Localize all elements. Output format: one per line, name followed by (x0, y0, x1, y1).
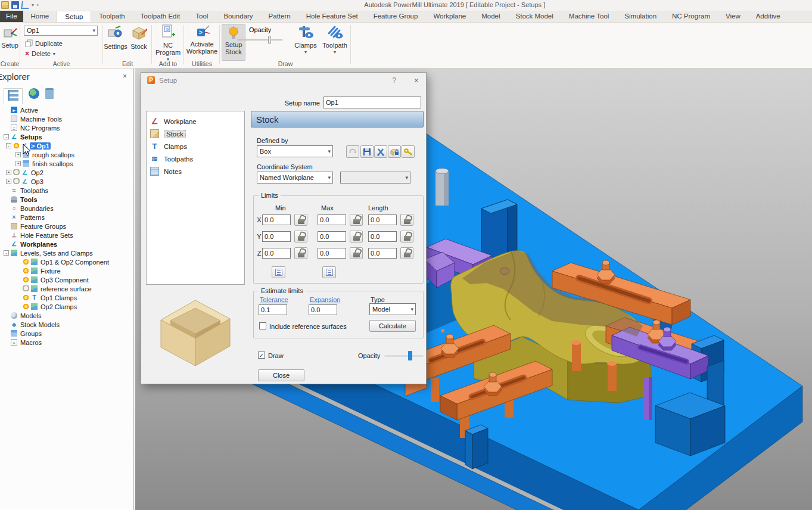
explorer-close-button[interactable]: × (123, 72, 127, 80)
tree-item[interactable]: Hole Feature Sets (0, 231, 133, 240)
ribbon-tab[interactable]: Simulation (617, 11, 664, 22)
open-icon[interactable] (1, 1, 9, 9)
tree-item[interactable]: Boundaries (0, 204, 133, 213)
tree-item[interactable]: Active (0, 105, 133, 114)
include-reference-checkbox[interactable] (259, 322, 266, 329)
max-input[interactable] (318, 231, 346, 242)
activate-workplane-button[interactable]: > Activate Workplane (186, 24, 218, 55)
tree-expander[interactable]: + (6, 179, 11, 184)
min-input[interactable] (262, 214, 291, 225)
setup-stock-toggle[interactable]: Setup Stock (222, 24, 245, 61)
min-list-button[interactable] (272, 266, 285, 278)
ribbon-tab[interactable]: Toolpath Edit (133, 11, 188, 22)
dialog-title-bar[interactable]: P Setup ? × (141, 73, 426, 88)
min-input[interactable] (262, 248, 291, 259)
lock-button[interactable] (400, 214, 413, 226)
tree-expander[interactable]: - (6, 143, 11, 148)
tree-expander[interactable]: + (15, 152, 21, 157)
settings-button[interactable]: Settings (104, 25, 127, 50)
nc-program-button[interactable]: G NC Program ▾ (154, 24, 182, 63)
tree-expander[interactable]: + (6, 170, 11, 175)
tree-item[interactable]: Stock Models (0, 320, 133, 329)
tree-item[interactable]: + Op3 (0, 177, 133, 186)
ribbon-tab[interactable]: Boundary (216, 11, 260, 22)
draw-checkbox[interactable]: ✓ (258, 352, 265, 359)
calculate-button[interactable]: Calculate (369, 320, 416, 332)
tree-item[interactable]: Feature Groups (0, 222, 133, 231)
tree-item[interactable]: - Levels, Sets and Clamps (0, 248, 133, 257)
coordinate-system-combo[interactable]: Named Workplane ▾ (257, 172, 333, 184)
dialog-nav-item[interactable]: Stock (147, 128, 244, 140)
globe-icon[interactable] (29, 88, 39, 99)
tree-item[interactable]: Op2 Clamps (0, 302, 133, 311)
length-input[interactable] (368, 248, 397, 259)
toolpath-draw-button[interactable]: Toolpath ▾ (321, 25, 349, 56)
tree-expander[interactable]: - (4, 134, 9, 139)
tree-view-tab[interactable] (4, 88, 23, 104)
cut-stock-button[interactable] (374, 145, 387, 158)
max-input[interactable] (318, 248, 346, 259)
lock-button[interactable] (350, 247, 363, 259)
ribbon-tab[interactable]: View (718, 11, 748, 22)
help-button[interactable]: ? (392, 76, 396, 85)
ribbon-tab[interactable]: Home (23, 11, 57, 22)
type-combo[interactable]: Model ▾ (369, 303, 416, 315)
duplicate-button[interactable]: Duplicate (25, 39, 63, 47)
lock-button[interactable] (400, 231, 413, 242)
delete-button[interactable]: × Delete ▾ (25, 49, 55, 58)
tolerance-link[interactable]: Tolerance (260, 296, 288, 303)
tree-item[interactable]: Op1 Clamps (0, 293, 133, 302)
ribbon-tab[interactable]: Stock Model (508, 11, 561, 22)
workplane-icon[interactable] (21, 1, 30, 9)
ribbon-tab[interactable]: Tool (188, 11, 216, 22)
tree-item[interactable]: Patterns (0, 213, 133, 222)
dialog-nav-item[interactable]: Clamps (147, 140, 244, 153)
tree-expander[interactable]: + (15, 161, 21, 166)
defined-by-combo[interactable]: Box ▾ (257, 145, 333, 157)
ribbon-tab[interactable]: Machine Tool (561, 11, 617, 22)
tree-item[interactable]: Groups (0, 329, 133, 338)
tree-item[interactable]: Op1 & Op2 Component (0, 257, 133, 266)
ribbon-tab[interactable]: Pattern (261, 11, 298, 22)
tree-item[interactable]: Toolpaths (0, 186, 133, 195)
tree-item[interactable]: reference surface (0, 284, 133, 293)
lock-button[interactable] (350, 214, 363, 226)
tree-item[interactable]: Tools (0, 195, 133, 204)
tree-item[interactable]: + rough scallops (0, 150, 133, 159)
tree-expander[interactable]: - (4, 250, 9, 256)
tree-item[interactable]: + Op2 (0, 168, 133, 177)
ribbon-tab[interactable]: Setup (57, 11, 91, 22)
ribbon-tab[interactable]: Feature Group (366, 11, 426, 22)
dialog-opacity-slider-track[interactable] (384, 355, 424, 357)
trash-icon[interactable] (45, 88, 54, 99)
setup-create-button[interactable]: Setup (1, 25, 19, 49)
dialog-opacity-slider-handle[interactable] (408, 351, 412, 360)
ribbon-tab[interactable]: Workplane (425, 11, 474, 22)
tree-item[interactable]: + finish scallops (0, 159, 133, 168)
close-button[interactable]: Close (258, 369, 304, 381)
dialog-nav-item[interactable]: Workplane (147, 115, 244, 128)
max-list-button[interactable] (322, 266, 336, 278)
lock-block-button[interactable] (388, 145, 401, 158)
key-button[interactable] (402, 145, 415, 158)
ribbon-tab[interactable]: Additive (748, 11, 788, 22)
tree-item[interactable]: - > Op1 (0, 141, 133, 150)
stock-edit-button[interactable]: Stock (127, 25, 150, 50)
tree-item[interactable]: Macros (0, 338, 133, 347)
tree-item[interactable]: - Setups (0, 132, 133, 141)
tree-item[interactable]: Machine Tools (0, 114, 133, 123)
dialog-nav-item[interactable]: Toolpaths (147, 153, 244, 165)
ribbon-tab[interactable]: File (0, 11, 23, 22)
tree-item[interactable]: Fixture (0, 266, 133, 275)
tree-item[interactable]: Op3 Component (0, 275, 133, 284)
ribbon-tab[interactable]: Model (474, 11, 508, 22)
lock-button[interactable] (294, 214, 307, 226)
save-icon[interactable] (11, 1, 19, 9)
length-input[interactable] (368, 231, 397, 242)
clamps-draw-button[interactable]: Clamps ▾ (292, 25, 319, 56)
ribbon-tab[interactable]: Hole Feature Set (298, 11, 366, 22)
ribbon-tab[interactable]: NC Program (664, 11, 718, 22)
setup-name-input[interactable] (323, 97, 421, 108)
length-input[interactable] (368, 214, 397, 225)
save-stock-button[interactable] (360, 145, 374, 158)
